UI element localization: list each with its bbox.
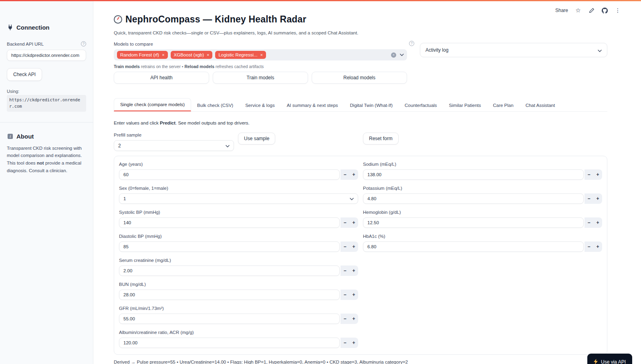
- page-subtitle: Quick, transparent CKD risk checks—singl…: [114, 30, 607, 35]
- tab-ai-summary[interactable]: AI summary & next steps: [281, 99, 344, 111]
- help-icon[interactable]: ?: [409, 41, 414, 46]
- kebab-menu-icon[interactable]: ⋮: [615, 7, 621, 14]
- increment-button[interactable]: +: [349, 265, 358, 276]
- field-label: GFR (mL/min/1.73m²): [119, 306, 358, 311]
- use-via-api-badge[interactable]: Use via API: [587, 354, 632, 364]
- svg-text:i: i: [10, 135, 11, 139]
- field-systolic-bp: Systolic BP (mmHg) −+: [119, 210, 358, 228]
- pencil-icon[interactable]: [588, 7, 595, 14]
- prefill-sample-select[interactable]: 2: [114, 140, 234, 151]
- tab-service-logs[interactable]: Service & logs: [239, 99, 281, 111]
- hba1c-input[interactable]: [363, 241, 584, 252]
- activity-log-accordion[interactable]: Activity log: [420, 43, 607, 57]
- reload-models-button[interactable]: Reload models: [312, 72, 407, 84]
- increment-button[interactable]: +: [349, 338, 358, 348]
- tab-bulk-check[interactable]: Bulk check (CSV): [191, 99, 239, 111]
- field-label: Diastolic BP (mmHg): [119, 234, 358, 239]
- decrement-button[interactable]: −: [585, 169, 593, 180]
- increment-button[interactable]: +: [349, 217, 358, 228]
- models-caption: Train models retrains on the server • Re…: [114, 64, 407, 69]
- increment-button[interactable]: +: [593, 169, 602, 180]
- clear-all-icon[interactable]: ×: [391, 52, 396, 58]
- tab-single-check[interactable]: Single check (compare models): [114, 98, 191, 111]
- sodium-input[interactable]: [363, 169, 584, 180]
- decrement-button[interactable]: −: [341, 290, 349, 300]
- systolic-bp-input[interactable]: [119, 217, 340, 228]
- decrement-button[interactable]: −: [341, 314, 349, 324]
- increment-button[interactable]: +: [593, 217, 602, 228]
- diastolic-bp-input[interactable]: [119, 241, 340, 252]
- sidebar-divider: [0, 122, 93, 123]
- use-sample-button[interactable]: Use sample: [238, 133, 275, 145]
- github-icon[interactable]: [601, 7, 608, 14]
- chevron-down-icon: [598, 46, 602, 54]
- increment-button[interactable]: +: [349, 314, 358, 324]
- tab-chat-assistant[interactable]: Chat Assistant: [520, 99, 561, 111]
- train-models-button[interactable]: Train models: [213, 72, 308, 84]
- increment-button[interactable]: +: [349, 290, 358, 300]
- tab-similar-patients[interactable]: Similar Patients: [443, 99, 487, 111]
- serum-creatinine-input[interactable]: [119, 265, 340, 276]
- field-label: Albumin/creatinine ratio, ACR (mg/g): [119, 330, 358, 335]
- field-diastolic-bp: Diastolic BP (mmHg) −+: [119, 234, 358, 252]
- increment-button[interactable]: +: [593, 241, 602, 252]
- star-icon[interactable]: ☆: [575, 7, 581, 14]
- reset-form-button[interactable]: Reset form: [363, 133, 399, 145]
- help-icon[interactable]: ?: [81, 41, 86, 46]
- tab-bar: Single check (compare models) Bulk check…: [114, 98, 607, 111]
- using-url-code: https://ckdpredictor.onrender.com: [7, 95, 86, 112]
- gfr-input[interactable]: [119, 314, 340, 324]
- hemoglobin-input[interactable]: [363, 217, 584, 228]
- remove-tag-icon[interactable]: ×: [207, 52, 209, 57]
- field-label: HbA1c (%): [363, 234, 602, 239]
- acr-input[interactable]: [119, 338, 340, 348]
- decrement-button[interactable]: −: [341, 241, 349, 252]
- tab-digital-twin[interactable]: Digital Twin (What-If): [344, 99, 399, 111]
- age-input[interactable]: [119, 169, 340, 180]
- decrement-button[interactable]: −: [341, 338, 349, 348]
- bun-input[interactable]: [119, 290, 340, 300]
- sidebar: Connection Backend API URL ? Check API U…: [0, 0, 93, 364]
- compass-icon: [114, 15, 122, 24]
- derived-summary: Derived → Pulse pressure=55 • Urea/Creat…: [114, 360, 607, 364]
- decrement-button[interactable]: −: [585, 217, 593, 228]
- remove-tag-icon[interactable]: ×: [162, 52, 164, 57]
- decrement-button[interactable]: −: [585, 193, 593, 204]
- loading-bar: [0, 0, 641, 1]
- model-tag: Random Forest (rf)×: [117, 51, 168, 59]
- model-tag: Logistic Regressi...×: [215, 51, 266, 59]
- field-age: Age (years) −+: [119, 162, 358, 180]
- check-api-button[interactable]: Check API: [7, 68, 42, 81]
- decrement-button[interactable]: −: [341, 265, 349, 276]
- field-sex: Sex (0=female, 1=male) 1: [119, 186, 358, 204]
- tab-care-plan[interactable]: Care Plan: [487, 99, 519, 111]
- tabs-divider: [114, 111, 607, 112]
- share-link[interactable]: Share: [555, 8, 568, 13]
- increment-button[interactable]: +: [349, 169, 358, 180]
- remove-tag-icon[interactable]: ×: [260, 52, 263, 57]
- increment-button[interactable]: +: [593, 193, 602, 204]
- field-label: Hemoglobin (g/dL): [363, 210, 602, 215]
- models-multiselect[interactable]: Random Forest (rf)× XGBoost (xgb)× Logis…: [114, 49, 407, 60]
- prefill-sample-label: Prefill sample: [114, 133, 234, 137]
- potassium-input[interactable]: [363, 193, 584, 204]
- field-bun: BUN (mg/dL) −+: [119, 282, 358, 300]
- field-label: Potassium (mEq/L): [363, 186, 602, 191]
- chevron-down-icon[interactable]: [400, 54, 404, 56]
- decrement-button[interactable]: −: [341, 217, 349, 228]
- increment-button[interactable]: +: [349, 241, 358, 252]
- sex-select[interactable]: 1: [119, 193, 358, 204]
- field-label: Sex (0=female, 1=male): [119, 186, 358, 191]
- field-gfr: GFR (mL/min/1.73m²) −+: [119, 306, 358, 324]
- api-health-button[interactable]: API health: [114, 72, 209, 84]
- tab-counterfactuals[interactable]: Counterfactuals: [399, 99, 443, 111]
- info-icon: i: [7, 133, 14, 140]
- chevron-down-icon: [226, 143, 230, 149]
- decrement-button[interactable]: −: [585, 241, 593, 252]
- connection-heading: Connection: [7, 24, 86, 31]
- api-url-input[interactable]: [7, 50, 86, 61]
- field-label: Sodium (mEq/L): [363, 162, 602, 167]
- field-label: Age (years): [119, 162, 358, 167]
- main-content: Share ☆ ⋮ NephroCompass — Kidney Health …: [93, 0, 641, 364]
- decrement-button[interactable]: −: [341, 169, 349, 180]
